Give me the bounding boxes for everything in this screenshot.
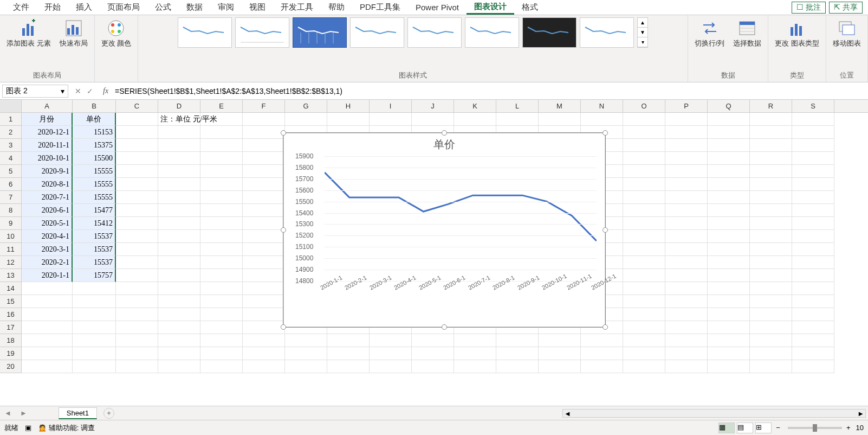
cell[interactable] (285, 113, 327, 126)
cell[interactable] (623, 308, 665, 321)
cell[interactable] (665, 360, 708, 373)
row-header[interactable]: 14 (0, 282, 22, 295)
select-all-corner[interactable] (0, 100, 22, 112)
cell[interactable] (750, 295, 792, 308)
cell[interactable] (792, 360, 834, 373)
cell[interactable] (792, 139, 834, 152)
cell[interactable] (454, 113, 496, 126)
cell[interactable] (285, 334, 327, 347)
col-header-F[interactable]: F (243, 100, 285, 112)
cell[interactable] (200, 269, 243, 282)
cell[interactable] (750, 269, 792, 282)
col-header-G[interactable]: G (285, 100, 327, 112)
accept-formula-icon[interactable]: ✓ (87, 87, 93, 95)
cell[interactable] (623, 269, 665, 282)
cell[interactable] (792, 217, 834, 230)
cell[interactable] (581, 113, 623, 126)
cell[interactable] (158, 217, 200, 230)
cell[interactable] (243, 282, 285, 295)
tab-data[interactable]: 数据 (179, 1, 210, 14)
tab-insert[interactable]: 插入 (68, 1, 100, 14)
cell[interactable] (750, 308, 792, 321)
cell[interactable] (792, 178, 834, 191)
cell[interactable] (665, 243, 708, 256)
cell[interactable] (792, 204, 834, 217)
cell[interactable] (708, 308, 750, 321)
row-header[interactable]: 1 (0, 113, 22, 126)
cell[interactable] (285, 347, 327, 360)
cell[interactable] (243, 360, 285, 373)
chart-title[interactable]: 单价 (283, 133, 605, 156)
cell[interactable] (539, 334, 581, 347)
cell[interactable] (750, 334, 792, 347)
cell[interactable] (623, 334, 665, 347)
cell[interactable] (370, 347, 412, 360)
cell[interactable] (116, 165, 158, 178)
cell[interactable] (116, 256, 158, 269)
add-sheet-button[interactable]: + (103, 408, 114, 419)
cell[interactable]: 2020-3-1 (22, 243, 73, 256)
cell[interactable] (73, 321, 116, 334)
gallery-scroll-up[interactable]: ▲ (638, 18, 647, 28)
cell[interactable] (665, 256, 708, 269)
cell[interactable] (116, 360, 158, 373)
cell[interactable] (665, 217, 708, 230)
tab-pdf-tools[interactable]: PDF工具集 (352, 1, 408, 14)
cell[interactable] (200, 204, 243, 217)
cell[interactable] (158, 165, 200, 178)
zoom-out-button[interactable]: − (776, 424, 780, 432)
cell[interactable] (158, 243, 200, 256)
row-header[interactable]: 2 (0, 126, 22, 139)
cell[interactable] (73, 308, 116, 321)
cell[interactable] (327, 113, 370, 126)
cell[interactable] (750, 256, 792, 269)
cell[interactable] (158, 269, 200, 282)
cell[interactable] (116, 308, 158, 321)
cell[interactable]: 2020-5-1 (22, 217, 73, 230)
chart-style-1[interactable] (178, 17, 232, 48)
cell[interactable] (158, 334, 200, 347)
cell[interactable] (708, 347, 750, 360)
sheet-nav-next[interactable]: ► (16, 409, 31, 417)
cell[interactable] (158, 191, 200, 204)
cell[interactable] (623, 230, 665, 243)
share-button[interactable]: ⇱ 共享 (829, 2, 863, 14)
cell[interactable] (22, 347, 73, 360)
cell[interactable] (623, 256, 665, 269)
cell[interactable] (623, 243, 665, 256)
cell[interactable] (581, 334, 623, 347)
cell[interactable] (665, 230, 708, 243)
quick-layout-button[interactable]: 快速布局 (57, 17, 90, 49)
cell[interactable] (158, 204, 200, 217)
cell[interactable]: 2020-4-1 (22, 230, 73, 243)
sheet-nav-prev[interactable]: ◄ (0, 409, 16, 417)
cell[interactable] (243, 256, 285, 269)
cell[interactable] (623, 282, 665, 295)
cell[interactable] (22, 308, 73, 321)
sheet-tab-sheet1[interactable]: Sheet1 (59, 407, 97, 419)
cell[interactable] (158, 347, 200, 360)
row-header[interactable]: 5 (0, 165, 22, 178)
cell[interactable] (116, 347, 158, 360)
cell[interactable]: 2020-2-1 (22, 256, 73, 269)
cell[interactable] (200, 165, 243, 178)
cell[interactable] (73, 295, 116, 308)
row-header[interactable]: 6 (0, 178, 22, 191)
col-header-E[interactable]: E (200, 100, 243, 112)
col-header-N[interactable]: N (581, 100, 623, 112)
record-macro-icon[interactable]: ▣ (25, 424, 31, 432)
col-header-A[interactable]: A (22, 100, 73, 112)
cell[interactable] (750, 113, 792, 126)
cell[interactable] (750, 347, 792, 360)
cell[interactable] (116, 204, 158, 217)
normal-view-button[interactable]: ▦ (718, 423, 735, 433)
cell[interactable]: 2020-8-1 (22, 178, 73, 191)
cell[interactable] (581, 360, 623, 373)
cell[interactable] (750, 126, 792, 139)
cell[interactable] (200, 217, 243, 230)
page-break-view-button[interactable]: ⊞ (755, 423, 772, 433)
cell[interactable] (665, 113, 708, 126)
cell[interactable] (243, 204, 285, 217)
cell[interactable]: 15537 (73, 230, 116, 243)
cell[interactable] (200, 347, 243, 360)
